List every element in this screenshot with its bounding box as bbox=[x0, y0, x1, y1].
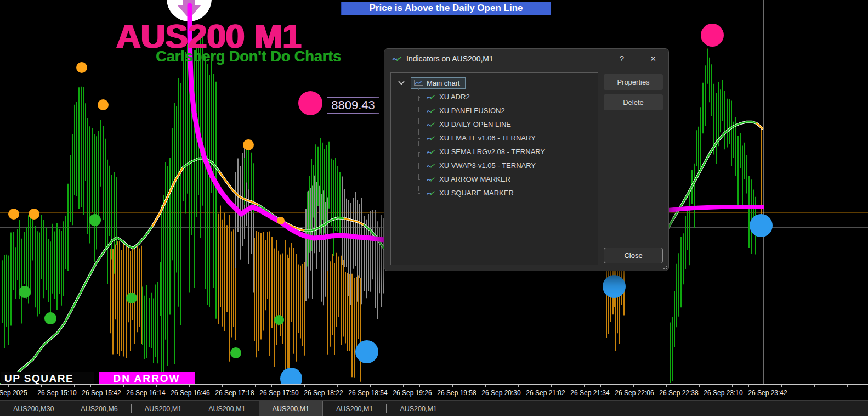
indicator-wave-icon bbox=[426, 108, 435, 114]
tree-item-indicator[interactable]: XU EMA TL v1.06 - TERNARY bbox=[391, 131, 598, 145]
delete-button[interactable]: Delete bbox=[604, 94, 663, 110]
axis-tick bbox=[255, 385, 256, 387]
time-axis-label: 26 Sep 15:10 bbox=[37, 389, 76, 397]
daily-open-banner: Price is Above the Daily Open Line bbox=[341, 2, 551, 15]
price-tag-connector bbox=[320, 105, 327, 105]
ma-line-colored bbox=[0, 226, 152, 384]
axis-tick bbox=[41, 385, 42, 387]
axis-tick bbox=[781, 385, 782, 387]
indicator-label: XU DAILY OPEN LINE bbox=[439, 120, 511, 128]
square-marker-green bbox=[19, 286, 31, 298]
main-chart-icon bbox=[413, 80, 423, 87]
axis-tick bbox=[798, 385, 798, 387]
axis-tick bbox=[419, 385, 420, 387]
axis-tick bbox=[156, 385, 157, 387]
axis-tick bbox=[140, 385, 140, 387]
indicator-wave-icon bbox=[426, 121, 435, 128]
axis-tick bbox=[666, 385, 667, 387]
tree-item-indicator[interactable]: XU DAILY OPEN LINE bbox=[391, 117, 598, 131]
axis-tick bbox=[699, 385, 700, 387]
time-axis-label: 26 Sep 21:02 bbox=[526, 389, 565, 397]
axis-tick bbox=[354, 385, 354, 387]
axis-tick bbox=[58, 385, 58, 387]
indicator-label: XU EMA TL v1.06 - TERNARY bbox=[439, 134, 536, 142]
axis-tick bbox=[600, 385, 601, 387]
chart-tab[interactable]: AUS200,M30 bbox=[0, 401, 67, 416]
time-axis-label: 26 Sep 19:26 bbox=[393, 389, 432, 397]
axis-tick bbox=[551, 385, 552, 387]
axis-tick bbox=[271, 385, 272, 387]
axis-tick bbox=[716, 385, 716, 387]
time-axis-label: 26 Sep 22:38 bbox=[659, 389, 698, 397]
axis-tick bbox=[370, 385, 371, 387]
dialog-title: Indicators on AUS200,M1 bbox=[406, 54, 493, 63]
time-axis-label: 26 Sep 21:34 bbox=[570, 389, 609, 397]
time-axis-label: 26 Sep 18:54 bbox=[348, 389, 387, 397]
axis-tick bbox=[765, 385, 765, 387]
axis-tick bbox=[831, 385, 831, 387]
axis-tick bbox=[584, 385, 585, 387]
chevron-down-icon[interactable] bbox=[398, 80, 405, 86]
close-icon[interactable]: ✕ bbox=[646, 52, 660, 65]
square-marker-orange bbox=[76, 62, 87, 73]
resize-grip-icon[interactable] bbox=[660, 262, 667, 269]
close-button[interactable]: Close bbox=[604, 248, 663, 263]
tree-children: XU ADR2XU PANELFUSION2XU DAILY OPEN LINE… bbox=[391, 90, 598, 200]
axis-tick bbox=[206, 385, 206, 387]
indicator-tree[interactable]: Main chart XU ADR2XU PANELFUSION2XU DAIL… bbox=[390, 72, 598, 265]
axis-tick bbox=[650, 385, 650, 387]
square-marker-orange bbox=[277, 217, 285, 224]
square-marker-orange bbox=[8, 209, 19, 220]
time-axis[interactable]: Sep 202526 Sep 15:1026 Sep 15:4226 Sep 1… bbox=[0, 384, 868, 400]
chart-tab[interactable]: AUS200,M1 bbox=[259, 401, 323, 416]
tree-item-indicator[interactable]: XU SEMA LRGv2.08 - TERNARY bbox=[391, 145, 598, 159]
chart-tab[interactable]: AUS200,M1 bbox=[132, 401, 195, 416]
help-button[interactable]: ? bbox=[615, 52, 628, 65]
square-marker-pink bbox=[701, 24, 724, 47]
time-axis-label: 26 Sep 23:10 bbox=[704, 389, 742, 397]
axis-tick bbox=[123, 385, 124, 387]
axis-tick bbox=[436, 385, 436, 387]
time-axis-label: 26 Sep 20:30 bbox=[481, 389, 520, 397]
axis-tick bbox=[304, 385, 305, 387]
square-marker-green bbox=[89, 214, 101, 226]
axis-tick bbox=[189, 385, 190, 387]
square-marker-orange bbox=[243, 139, 254, 150]
indicator-label: XU SEMA LRGv2.08 - TERNARY bbox=[439, 148, 545, 156]
axis-tick bbox=[25, 385, 25, 387]
axis-tick bbox=[387, 385, 387, 387]
chart-tab[interactable]: AUS200,M1 bbox=[195, 401, 258, 416]
axis-tick bbox=[107, 385, 107, 387]
indicator-label: XU ADR2 bbox=[439, 93, 470, 101]
chart-tab[interactable]: AUS200,M1 bbox=[387, 401, 450, 416]
square-marker-green bbox=[274, 315, 284, 325]
indicator-wave-icon bbox=[426, 190, 435, 196]
tree-root-label: Main chart bbox=[427, 79, 460, 87]
tree-item-indicator[interactable]: XU VWAP3-v1.05 - TERNARY bbox=[391, 159, 598, 172]
indicator-wave-icon bbox=[426, 162, 435, 169]
axis-tick bbox=[173, 385, 173, 387]
time-axis-label: 26 Sep 22:06 bbox=[615, 389, 654, 397]
indicator-label: XU PANELFUSION2 bbox=[439, 106, 505, 115]
square-marker-green bbox=[126, 293, 137, 303]
tree-item-indicator[interactable]: XU PANELFUSION2 bbox=[391, 104, 598, 117]
chart-tab[interactable]: AUS200,M6 bbox=[67, 401, 131, 416]
tree-root-row[interactable]: Main chart bbox=[391, 76, 598, 90]
tree-item-indicator[interactable]: XU SQUARE MARKER bbox=[391, 186, 598, 200]
dialog-titlebar[interactable]: Indicators on AUS200,M1 ? ✕ bbox=[384, 49, 668, 69]
tree-item-main-chart[interactable]: Main chart bbox=[411, 77, 466, 89]
properties-button[interactable]: Properties bbox=[604, 74, 663, 90]
indicator-wave-icon bbox=[426, 149, 435, 155]
chart-tab[interactable]: AUS200,M1 bbox=[323, 401, 386, 416]
axis-tick bbox=[8, 385, 9, 387]
indicator-label: XU VWAP3-v1.05 - TERNARY bbox=[439, 161, 536, 170]
tree-item-indicator[interactable]: XU ARROW MARKER bbox=[391, 172, 598, 186]
square-marker-pink bbox=[298, 91, 322, 115]
axis-tick bbox=[847, 385, 848, 387]
chart-watermark-subtitle: Carlsberg Don't Do Charts bbox=[156, 48, 341, 65]
axis-tick bbox=[485, 385, 486, 387]
indicator-wave-icon bbox=[426, 135, 435, 142]
magenta-trend-line bbox=[668, 207, 762, 210]
time-axis-label: 26 Sep 18:22 bbox=[304, 389, 343, 397]
tree-item-indicator[interactable]: XU ADR2 bbox=[391, 90, 598, 104]
